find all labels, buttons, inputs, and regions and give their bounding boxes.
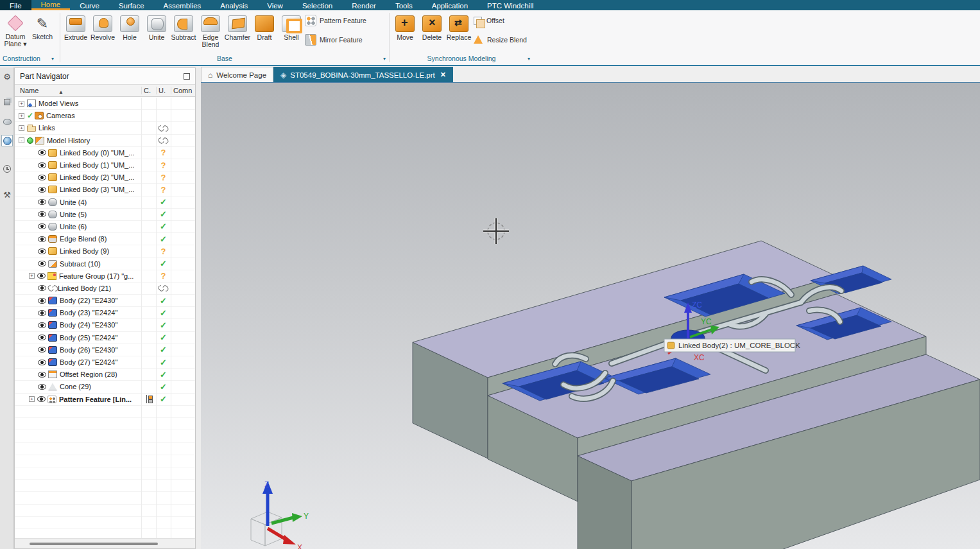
move-button[interactable]: Move [391, 11, 418, 41]
visibility-eye-icon[interactable] [38, 199, 46, 205]
tab-welcome-page[interactable]: ⌂Welcome Page [201, 67, 273, 82]
tree-row-body-26-e2430[interactable]: Body (26) "E2430"✓ [15, 344, 195, 356]
shell-button[interactable]: Shell [278, 11, 305, 41]
hole-button[interactable]: Hole [116, 11, 143, 41]
tree-row-body-25-e2424[interactable]: Body (25) "E2424"✓ [15, 332, 195, 344]
core-block-model[interactable] [413, 241, 980, 549]
expand-icon[interactable]: + [29, 273, 35, 279]
visibility-eye-icon[interactable] [38, 261, 46, 266]
visibility-eye-icon[interactable] [38, 175, 46, 180]
visibility-eye-icon[interactable] [38, 322, 46, 328]
visibility-eye-icon[interactable] [38, 347, 46, 353]
menu-item-ptc-windchill[interactable]: PTC Windchill [477, 0, 543, 10]
column-u[interactable]: U. [156, 87, 171, 94]
visibility-eye-icon[interactable] [38, 236, 46, 242]
visibility-eye-icon[interactable] [38, 150, 46, 155]
tree-row-body-24-e2430[interactable]: Body (24) "E2430"✓ [15, 319, 195, 331]
menu-item-curve[interactable]: Curve [70, 0, 109, 10]
tab-close-icon[interactable]: ✕ [440, 71, 446, 79]
tree-row-model-history[interactable]: -Model History [15, 135, 195, 147]
column-c[interactable]: C. [141, 87, 156, 94]
visibility-eye-icon[interactable] [37, 273, 46, 279]
tree-row-subtract-10[interactable]: Subtract (10)✓ [15, 257, 195, 270]
pattern-feature-button[interactable]: Pattern Feature [305, 11, 366, 30]
visibility-eye-icon[interactable] [38, 384, 46, 390]
replace-button[interactable]: Replace [445, 11, 472, 41]
visibility-eye-icon[interactable] [38, 285, 46, 291]
tree-row-linked-body-21[interactable]: Linked Body (21) [15, 283, 195, 295]
base-group-label[interactable]: Base▾ [61, 55, 388, 65]
menu-item-assemblies[interactable]: Assemblies [154, 0, 211, 10]
extrude-button[interactable]: Extrude [62, 11, 89, 41]
visibility-eye-icon[interactable] [38, 162, 46, 168]
panel-maximize-icon[interactable] [184, 73, 190, 80]
offset-button[interactable]: Offset [472, 11, 527, 30]
menu-item-home[interactable]: Home [31, 0, 71, 10]
visibility-eye-icon[interactable] [37, 396, 46, 402]
part-navigator-icon[interactable] [1, 116, 13, 128]
visibility-eye-icon[interactable] [38, 223, 46, 229]
tree-row-body-23-e2424[interactable]: Body (23) "E2424"✓ [15, 307, 195, 319]
tree-row-edge-blend-8[interactable]: Edge Blend (8)✓ [15, 233, 195, 245]
menu-item-file[interactable]: File [0, 0, 31, 10]
tab-active-part[interactable]: ◈ST0549_BOBINA-30mm_TASSELLO-LE.prt✕ [273, 67, 453, 82]
expand-icon[interactable]: + [19, 113, 24, 119]
tree-column-headers[interactable]: Name▲ C. U. Comn [15, 84, 195, 97]
tree-row-cone-29[interactable]: Cone (29)✓ [15, 381, 195, 393]
expand-icon[interactable]: + [29, 396, 35, 402]
menu-item-render[interactable]: Render [342, 0, 386, 10]
roles-gear-icon[interactable]: ⚙ [1, 71, 13, 83]
expand-icon[interactable]: + [19, 125, 24, 131]
subtract-button[interactable]: Subtract [170, 11, 197, 41]
menu-item-tools[interactable]: Tools [386, 0, 422, 10]
web-browser-icon[interactable] [1, 135, 13, 146]
mirror-feature-button[interactable]: Mirror Feature [305, 30, 366, 49]
sketch-button[interactable]: ✎ Sketch [30, 11, 55, 40]
visibility-eye-icon[interactable] [38, 211, 46, 217]
model-canvas[interactable]: ZC YC XC Linked Body(2) : UM_CORE_BLOCK … [201, 83, 980, 549]
edgeblend-button[interactable]: Edge Blend [197, 11, 224, 48]
history-icon[interactable] [1, 164, 13, 175]
tree-row-body-27-e2424[interactable]: Body (27) "E2424"✓ [15, 356, 195, 369]
tree-row-linked-body-9[interactable]: Linked Body (9)? [15, 245, 195, 257]
tree-row-unite-4[interactable]: Unite (4)✓ [15, 196, 195, 209]
visibility-eye-icon[interactable] [38, 187, 46, 193]
tree-row-linked-body-2-um[interactable]: Linked Body (2) "UM_...? [15, 171, 195, 184]
menu-item-view[interactable]: View [257, 0, 293, 10]
visibility-eye-icon[interactable] [38, 298, 46, 304]
tree-row-feature-group-17-g[interactable]: +Feature Group (17) "g...? [15, 270, 195, 283]
tree-row-model-views[interactable]: +Model Views [15, 98, 195, 110]
revolve-button[interactable]: Revolve [89, 11, 116, 41]
visibility-eye-icon[interactable] [38, 310, 46, 316]
tools-palette-icon[interactable]: ⚒ [1, 189, 13, 201]
menu-item-analysis[interactable]: Analysis [211, 0, 257, 10]
construction-group-label[interactable]: Construction▾ [0, 55, 59, 65]
menu-item-application[interactable]: Application [422, 0, 477, 10]
horizontal-scrollbar[interactable] [15, 538, 195, 548]
tree-row-cameras[interactable]: +✓Cameras [15, 110, 195, 122]
column-comment[interactable]: Comn [171, 87, 195, 94]
unite-button[interactable]: Unite [143, 11, 170, 41]
menu-item-surface[interactable]: Surface [109, 0, 154, 10]
menu-item-selection[interactable]: Selection [293, 0, 342, 10]
visibility-eye-icon[interactable] [38, 248, 46, 254]
tree-row-pattern-feature-lin[interactable]: +Pattern Feature [Lin...✓ [15, 394, 195, 406]
column-name[interactable]: Name▲ [15, 87, 141, 94]
visibility-eye-icon[interactable] [38, 360, 46, 365]
3d-viewport[interactable]: ZC YC XC Linked Body(2) : UM_CORE_BLOCK … [201, 82, 980, 549]
chamfer-button[interactable]: Chamfer [224, 11, 251, 41]
tree-row-offset-region-28[interactable]: Offset Region (28)✓ [15, 369, 195, 381]
tree-row-linked-body-3-um[interactable]: Linked Body (3) "UM_...? [15, 184, 195, 196]
scrollbar-thumb[interactable] [30, 543, 158, 545]
tree-row-linked-body-1-um[interactable]: Linked Body (1) "UM_...? [15, 159, 195, 171]
panel-resize-sash[interactable] [196, 67, 201, 549]
draft-button[interactable]: Draft [251, 11, 278, 41]
tree-row-links[interactable]: +Links [15, 122, 195, 134]
synchronous-group-label[interactable]: Synchronous Modeling▾ [390, 55, 533, 65]
visibility-eye-icon[interactable] [38, 372, 46, 378]
datum-plane-button[interactable]: Datum Plane ▾ [1, 11, 30, 48]
tree-row-unite-5[interactable]: Unite (5)✓ [15, 209, 195, 221]
assembly-navigator-icon[interactable] [1, 96, 13, 108]
tree-row-unite-6[interactable]: Unite (6)✓ [15, 221, 195, 233]
resize-blend-button[interactable]: Resize Blend [472, 30, 527, 49]
